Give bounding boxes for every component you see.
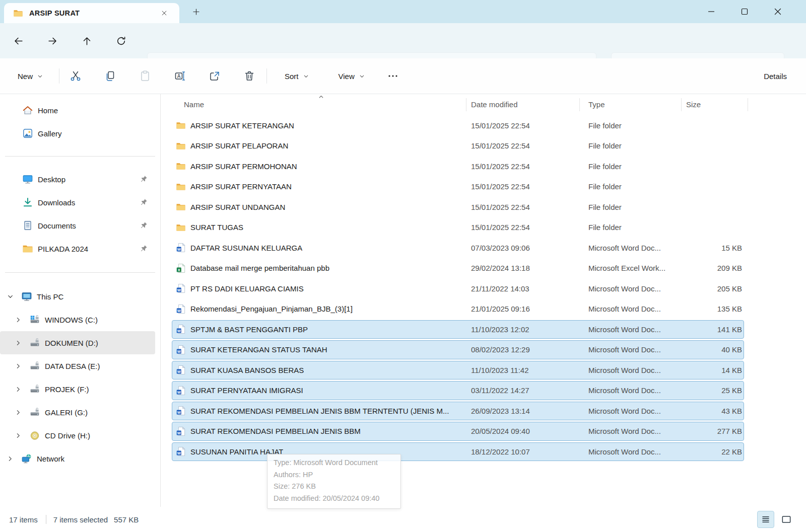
file-row[interactable]: WSURAT REKOMENDASI PEMBELIAN JENIS BBM T…: [172, 401, 744, 421]
sidebar-item-galeri-g[interactable]: GALERI (G:): [0, 401, 155, 424]
cut-button[interactable]: [64, 65, 87, 87]
chevron-right-icon[interactable]: [14, 338, 24, 348]
sidebar-item-desktop[interactable]: Desktop: [0, 168, 155, 191]
column-header-date-modified[interactable]: Date modified: [471, 94, 518, 115]
file-row[interactable]: WSURAT REKOMENDASI PEMBELIAN JENIS BBM20…: [172, 421, 744, 442]
sort-button[interactable]: Sort: [274, 67, 315, 85]
sidebar-item-home[interactable]: Home: [0, 99, 155, 122]
chevron-down-icon[interactable]: [6, 291, 16, 301]
delete-button[interactable]: [238, 65, 260, 87]
sidebar-item-data-desa-e[interactable]: DATA DESA (E:): [0, 354, 155, 377]
chevron-right-icon[interactable]: [14, 384, 24, 394]
window-controls: [695, 0, 794, 23]
sidebar-item-label: Desktop: [38, 175, 65, 184]
file-row[interactable]: WSUSUNAN PANITIA HAJAT18/12/2022 10:07Mi…: [172, 441, 744, 462]
file-name: SPTJM & BAST PENGGANTI PBP: [190, 325, 308, 334]
word-icon: W: [176, 386, 186, 396]
file-row[interactable]: ARSIP SURAT PERMOHONAN15/01/2025 22:54Fi…: [172, 156, 744, 177]
file-row[interactable]: ARSIP SURAT KETERANGAN15/01/2025 22:54Fi…: [172, 115, 744, 136]
chevron-right-icon[interactable]: [14, 430, 24, 440]
tab-close-icon[interactable]: [159, 8, 170, 19]
new-tab-button[interactable]: [189, 5, 203, 18]
file-name: ARSIP SURAT PERNYATAAN: [190, 182, 292, 191]
excel-icon: X: [176, 263, 186, 273]
view-button[interactable]: View: [328, 67, 371, 85]
file-size: 43 KB: [696, 407, 744, 415]
sidebar-item-gallery[interactable]: Gallery: [0, 122, 155, 145]
file-row[interactable]: ARSIP SURAT UNDANGAN15/01/2025 22:54File…: [172, 197, 744, 217]
rename-icon: A: [174, 70, 186, 82]
maximize-button[interactable]: [728, 0, 761, 23]
column-header-size[interactable]: Size: [686, 94, 701, 115]
file-name: SURAT PERNYATAAN IMIGRASI: [190, 386, 303, 395]
column-separator[interactable]: [579, 98, 580, 111]
rename-button[interactable]: A: [169, 65, 191, 87]
file-date-modified: 29/02/2024 13:18: [471, 264, 588, 272]
sidebar-item-label: Documents: [38, 221, 76, 230]
sidebar-item-cd-drive-h[interactable]: CD Drive (H:): [0, 424, 155, 447]
folder-icon: [176, 120, 186, 130]
file-row[interactable]: SURAT TUGAS15/01/2025 22:54File folder: [172, 217, 744, 238]
close-button[interactable]: [761, 0, 794, 23]
chevron-right-icon[interactable]: [14, 361, 24, 371]
file-date-modified: 07/03/2023 09:06: [471, 244, 588, 252]
sidebar-item-documents[interactable]: Documents: [0, 214, 155, 237]
refresh-button[interactable]: [111, 31, 131, 51]
column-separator[interactable]: [681, 98, 682, 111]
chevron-right-icon[interactable]: [6, 453, 16, 464]
copy-button[interactable]: [99, 65, 121, 87]
new-button-label: New: [18, 72, 33, 81]
file-row[interactable]: WRekomendasi_Pengajuan_Pinjaman_BJB_(3)[…: [172, 299, 744, 320]
file-type: Microsoft Word Doc...: [588, 386, 696, 395]
file-row[interactable]: WSURAT KETERANGAN STATUS TANAH08/02/2023…: [172, 340, 744, 360]
file-row[interactable]: WDAFTAR SUSUNAN KELUARGA07/03/2023 09:06…: [172, 238, 744, 258]
column-separator[interactable]: [748, 98, 748, 111]
chevron-right-icon[interactable]: [14, 407, 24, 417]
sidebar-item-projek-f[interactable]: PROJEK (F:): [0, 377, 155, 401]
drive-icon: [29, 360, 40, 371]
file-type: Microsoft Word Doc...: [588, 345, 696, 354]
drive-icon: [29, 407, 40, 418]
back-button[interactable]: [8, 31, 28, 51]
forward-button[interactable]: [42, 31, 62, 51]
details-view-toggle[interactable]: [757, 511, 774, 528]
minimize-button[interactable]: [695, 0, 728, 23]
chevron-right-icon[interactable]: [14, 315, 24, 325]
explorer-tab[interactable]: ARSIP SURAT: [4, 3, 179, 23]
file-row[interactable]: WSURAT KUASA BANSOS BERAS11/10/2023 11:4…: [172, 360, 744, 381]
sidebar-item-pilkada-2024[interactable]: PILKADA 2024: [0, 237, 155, 260]
column-header-name[interactable]: Name: [184, 94, 204, 115]
column-separator[interactable]: [466, 98, 466, 111]
sidebar-item-downloads[interactable]: Downloads: [0, 191, 155, 214]
sidebar-item-dokumen-d[interactable]: DOKUMEN (D:): [0, 331, 155, 354]
word-icon: W: [176, 324, 186, 334]
thumbnail-view-toggle[interactable]: [778, 511, 795, 528]
details-button[interactable]: Details: [753, 67, 793, 85]
sidebar-item-this-pc[interactable]: This PC: [0, 285, 155, 308]
svg-text:W: W: [177, 451, 181, 455]
file-row[interactable]: XDatabase mail merge pemberitahuan pbb29…: [172, 258, 744, 279]
sidebar-item-windows-c[interactable]: WINDOWS (C:): [0, 308, 155, 331]
new-button[interactable]: New: [7, 67, 49, 85]
sidebar-item-label: DOKUMEN (D:): [45, 339, 98, 347]
file-tooltip: Type: Microsoft Word Document Authors: H…: [267, 454, 401, 509]
file-type: File folder: [588, 203, 696, 211]
tooltip-date-modified: Date modified: 20/05/2024 09:40: [274, 493, 394, 505]
file-row[interactable]: WSPTJM & BAST PENGGANTI PBP11/10/2023 12…: [172, 319, 744, 340]
file-row[interactable]: WSURAT PERNYATAAN IMIGRASI03/11/2022 14:…: [172, 381, 744, 401]
file-type: Microsoft Excel Work...: [588, 264, 696, 272]
sidebar-pinned-section: DesktopDownloadsDocumentsPILKADA 2024: [0, 168, 160, 260]
sidebar-item-label: DATA DESA (E:): [45, 362, 100, 370]
column-header-type[interactable]: Type: [588, 94, 605, 115]
file-name: ARSIP SURAT UNDANGAN: [190, 203, 285, 211]
up-button[interactable]: [77, 31, 97, 51]
items-count: 17 items: [9, 515, 38, 524]
share-button[interactable]: [204, 65, 226, 87]
file-row[interactable]: ARSIP SURAT PELAPORAN15/01/2025 22:54Fil…: [172, 136, 744, 157]
file-name: SURAT KUASA BANSOS BERAS: [190, 366, 304, 374]
paste-button[interactable]: [134, 65, 156, 87]
file-row[interactable]: ARSIP SURAT PERNYATAAN15/01/2025 22:54Fi…: [172, 177, 744, 197]
more-options-button[interactable]: [382, 65, 404, 87]
sidebar-item-network[interactable]: Network: [0, 447, 155, 470]
file-row[interactable]: WPT RS DADI KELUARGA CIAMIS21/11/2022 14…: [172, 278, 744, 299]
